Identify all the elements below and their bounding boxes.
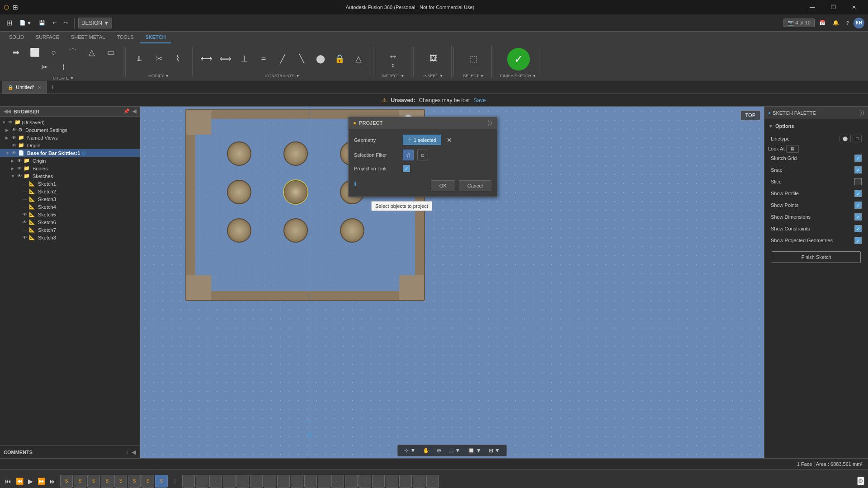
visibility-icon-1[interactable]: 👁 [11, 127, 17, 132]
grid-menu-icon[interactable]: ⊞ [13, 4, 18, 11]
perpendicular-constraint[interactable]: ⊥ [236, 52, 253, 66]
dialog-header[interactable]: ● PROJECT ⟩⟩ [349, 117, 497, 129]
display-mode-btn[interactable]: 🔲 ▼ [465, 446, 484, 455]
maximize-button[interactable]: ❐ [823, 0, 844, 14]
timeline-item-16[interactable]: · [277, 475, 290, 488]
timeline-item-3[interactable]: S [87, 475, 100, 488]
timeline-item-24[interactable]: · [386, 475, 398, 488]
tree-item-sketch2[interactable]: — 📐 Sketch2 [0, 188, 140, 195]
timeline-item-10[interactable]: · [196, 475, 208, 488]
rect-tool[interactable]: ⬜ [26, 46, 43, 60]
tree-item-base[interactable]: ▼ 👁 📄 Base for Bar Skittles:1 ◎ [0, 149, 140, 157]
timeline-item-9[interactable]: · [182, 475, 195, 488]
info-icon[interactable]: ℹ [354, 180, 356, 188]
line-tool[interactable]: ➡ [7, 46, 24, 60]
tree-item-origin2[interactable]: ▶ 👁 📁 Origin [0, 157, 140, 164]
add-tab-button[interactable]: + [47, 83, 58, 91]
lock-constraint[interactable]: 🔒 [331, 52, 348, 66]
undo-button[interactable]: ↩ [50, 18, 59, 28]
tree-toggle-1[interactable]: ▶ [5, 128, 10, 132]
timeline-item-22[interactable]: · [359, 475, 371, 488]
timeline-item-2[interactable]: S [74, 475, 86, 488]
options-arrow-icon[interactable]: ▼ [768, 123, 774, 129]
equal-constraint[interactable]: △ [350, 52, 367, 66]
tree-toggle-2[interactable]: ▶ [5, 136, 10, 140]
show-dimensions-checkbox[interactable]: ✓ [854, 213, 862, 221]
filter-btn-off[interactable]: □ [417, 150, 428, 160]
show-projected-checkbox[interactable]: ✓ [854, 237, 862, 244]
timeline-item-4[interactable]: S [101, 475, 113, 488]
snap-checkbox[interactable]: ✓ [854, 166, 862, 174]
grid-display-btn[interactable]: ⊞ ▼ [486, 446, 503, 455]
palette-expand-btn[interactable]: ⟩⟩ [860, 109, 864, 116]
fit-btn[interactable]: ⬚ ▼ [446, 446, 463, 455]
close-tab-btn[interactable]: ✕ [38, 85, 41, 90]
tab-solid[interactable]: SOLID [4, 32, 29, 43]
arc-tool[interactable]: ⌒ [64, 45, 81, 61]
visibility-icon-7[interactable]: 👁 [16, 174, 23, 178]
timeline-item-20[interactable]: · [331, 475, 344, 488]
document-tab[interactable]: 🔒 Untitled* ✕ [2, 81, 47, 94]
tree-item-sketch4[interactable]: — 📐 Sketch4 [0, 203, 140, 211]
visibility-icon-6[interactable]: 👁 [16, 166, 23, 171]
orbit-tool-btn[interactable]: ⊹ ▼ [401, 446, 418, 455]
timeline-prev[interactable]: ⏪ [14, 476, 25, 486]
show-constraints-row[interactable]: Show Constraints ✓ [768, 223, 864, 234]
zoom-tool-btn[interactable]: ⊕ [434, 446, 444, 455]
timeline-item-27[interactable]: · [426, 475, 439, 488]
tree-item-sketch8[interactable]: 👁 📐 Sketch8 [0, 234, 140, 241]
ok-button[interactable]: OK [431, 180, 455, 191]
sketch-grid-row[interactable]: Sketch Grid ✓ [768, 153, 864, 164]
slot-tool[interactable]: ▭ [102, 46, 119, 60]
timeline-item-23[interactable]: · [372, 475, 385, 488]
tree-item-sketch7[interactable]: — 📐 Sketch7 [0, 226, 140, 234]
minimize-button[interactable]: — [802, 0, 823, 14]
timeline-item-13[interactable]: · [236, 475, 249, 488]
vis-sketch8[interactable]: 👁 [22, 235, 28, 240]
sketch-grid-checkbox[interactable]: ✓ [854, 155, 862, 162]
offset-tool[interactable]: ⫫ [131, 52, 148, 66]
linetype-icon-2[interactable]: □ [853, 135, 862, 142]
sidebar-pin-icon[interactable]: 📌 [123, 108, 130, 114]
show-projected-row[interactable]: Show Projected Geometries ✓ [768, 235, 864, 246]
geometry-selected-button[interactable]: ⊹ 1 selected [403, 135, 441, 145]
timeline-item-12[interactable]: · [223, 475, 236, 488]
insert-image-btn[interactable]: 🖼 [425, 52, 442, 66]
timeline-item-5[interactable]: S [114, 475, 127, 488]
tree-item-sketch6[interactable]: 👁 📐 Sketch6 [0, 218, 140, 226]
visibility-icon-2[interactable]: 👁 [11, 135, 17, 140]
finish-sketch-btn-large[interactable]: ✓ [507, 48, 530, 70]
timeline-item-21[interactable]: · [345, 475, 358, 488]
slice-row[interactable]: Slice [768, 176, 864, 187]
timeline-item-14[interactable]: · [250, 475, 263, 488]
polygon-tool[interactable]: △ [83, 46, 100, 60]
tree-toggle-6[interactable]: ▶ [11, 166, 15, 171]
slice-checkbox[interactable] [854, 178, 862, 185]
timeline-item-19[interactable]: · [318, 475, 330, 488]
timeline-item-18[interactable]: · [304, 475, 317, 488]
close-button[interactable]: ✕ [844, 0, 864, 14]
tree-toggle-0[interactable]: ▼ [2, 120, 6, 125]
circle-tool[interactable]: ○ [45, 46, 62, 60]
dialog-expand-icon[interactable]: ⟩⟩ [488, 120, 492, 126]
save-action-button[interactable]: Save [473, 97, 486, 103]
timeline-item-1[interactable]: S [60, 475, 73, 488]
tree-item-namedviews[interactable]: ▶ 👁 📁 Named Views [0, 134, 140, 141]
vis-sketch6[interactable]: 👁 [22, 220, 28, 225]
tangent-constraint[interactable]: ╱ [274, 52, 291, 66]
timeline-item-7[interactable]: S [142, 475, 154, 488]
trim-tool[interactable]: ✂ [150, 52, 167, 66]
show-constraints-checkbox[interactable]: ✓ [854, 225, 862, 232]
tree-item-bodies[interactable]: ▶ 👁 📁 Bodies [0, 164, 140, 172]
tab-tools[interactable]: TOOLS [111, 32, 139, 43]
tree-toggle-5[interactable]: ▶ [11, 159, 15, 163]
timeline-settings-btn[interactable]: ⚙ [857, 477, 864, 485]
timeline-play[interactable]: ▶ [27, 476, 34, 486]
show-dimensions-row[interactable]: Show Dimensions ✓ [768, 211, 864, 222]
linetype-icon-1[interactable]: ⬤ [840, 135, 851, 142]
visibility-icon-5[interactable]: 👁 [16, 158, 23, 163]
spline-tool[interactable]: ✂ [36, 61, 53, 75]
file-menu-button[interactable]: 📄 ▼ [17, 18, 34, 28]
show-points-checkbox[interactable]: ✓ [854, 202, 862, 209]
comments-collapse-btn[interactable]: ◀ [132, 449, 136, 455]
